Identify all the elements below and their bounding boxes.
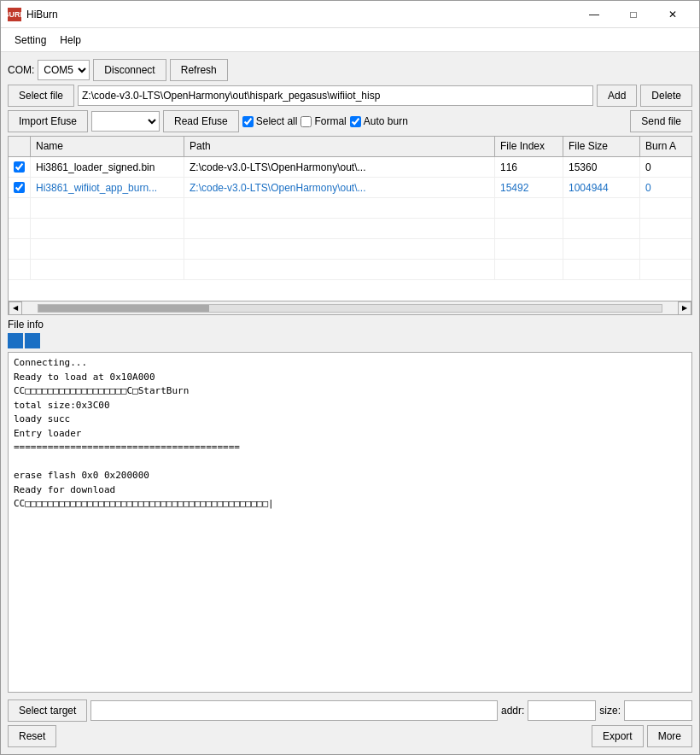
efuse-row: Import Efuse Read Efuse Select all Forma… <box>8 110 692 132</box>
table-header: Name Path File Index File Size Burn A <box>9 137 691 157</box>
row2-size: 1004944 <box>563 178 640 197</box>
formal-checkbox[interactable] <box>300 116 312 127</box>
progress-bar-2 <box>25 333 40 348</box>
table-row-empty <box>9 260 691 280</box>
log-line: ======================================== <box>14 441 686 455</box>
scrollbar-thumb[interactable] <box>38 305 209 312</box>
size-label: size: <box>599 705 621 717</box>
bottom-buttons-row: Reset Export More <box>8 725 692 747</box>
log-area[interactable]: Connecting... Ready to load at 0x10A000 … <box>8 352 692 693</box>
row1-check[interactable] <box>9 157 31 177</box>
refresh-button[interactable]: Refresh <box>170 59 228 81</box>
addr-input[interactable] <box>528 700 596 721</box>
disconnect-button[interactable]: Disconnect <box>93 59 166 81</box>
com-row: COM: COM5 Disconnect Refresh <box>8 59 692 81</box>
log-line: total size:0x3C00 <box>14 399 686 413</box>
file-row: Select file Z:\code-v3.0-LTS\OpenHarmony… <box>8 85 692 107</box>
window-title: HiBurn <box>26 9 575 20</box>
file-info-label: File info <box>8 319 692 331</box>
send-file-button[interactable]: Send file <box>630 110 692 132</box>
select-all-checkbox-label[interactable]: Select all <box>242 115 298 127</box>
auto-burn-checkbox-label[interactable]: Auto burn <box>350 115 408 127</box>
row2-index: 15492 <box>495 178 563 197</box>
reset-button[interactable]: Reset <box>8 725 56 747</box>
maximize-button[interactable]: □ <box>614 2 653 27</box>
row1-path: Z:\code-v3.0-LTS\OpenHarmony\out\... <box>184 157 495 177</box>
minimize-button[interactable]: — <box>575 2 614 27</box>
export-button[interactable]: Export <box>592 725 644 747</box>
addr-label: addr: <box>501 705 524 717</box>
efuse-select[interactable] <box>91 111 160 132</box>
row2-check[interactable] <box>9 178 31 197</box>
file-table: Name Path File Index File Size Burn A Hi… <box>8 136 692 315</box>
add-button[interactable]: Add <box>597 85 637 107</box>
formal-checkbox-label[interactable]: Formal <box>300 115 346 127</box>
th-check <box>9 137 31 156</box>
size-input[interactable] <box>624 700 692 721</box>
file-path-display: Z:\code-v3.0-LTS\OpenHarmony\out\hispark… <box>78 85 593 106</box>
table-body: Hi3861_loader_signed.bin Z:\code-v3.0-LT… <box>9 157 691 301</box>
th-path: Path <box>184 137 495 156</box>
main-window: BURN HiBurn — □ ✕ Setting Help COM: COM5… <box>0 0 700 755</box>
th-file-index: File Index <box>495 137 563 156</box>
delete-button[interactable]: Delete <box>640 85 692 107</box>
row1-size: 15360 <box>563 157 640 177</box>
app-icon: BURN <box>8 8 21 21</box>
content-area: COM: COM5 Disconnect Refresh Select file… <box>1 52 699 754</box>
table-row[interactable]: Hi3861_wifiiot_app_burn... Z:\code-v3.0-… <box>9 178 691 198</box>
horizontal-scrollbar[interactable]: ◀ ▶ <box>9 301 691 314</box>
import-efuse-button[interactable]: Import Efuse <box>8 110 88 132</box>
log-line <box>14 455 686 470</box>
log-line: Connecting... <box>14 356 686 371</box>
th-burn-a: Burn A <box>640 137 691 156</box>
select-target-button[interactable]: Select target <box>8 699 87 722</box>
addr-size-group: addr: size: <box>501 700 692 721</box>
scroll-right-button[interactable]: ▶ <box>678 301 691 315</box>
row2-name: Hi3861_wifiiot_app_burn... <box>31 178 184 197</box>
menu-setting[interactable]: Setting <box>8 31 53 50</box>
select-all-checkbox[interactable] <box>242 116 254 127</box>
com-select[interactable]: COM5 <box>38 60 90 80</box>
menu-help[interactable]: Help <box>53 31 88 50</box>
select-file-button[interactable]: Select file <box>8 85 74 107</box>
title-bar: BURN HiBurn — □ ✕ <box>1 1 699 28</box>
progress-bar-1 <box>8 333 23 348</box>
row2-checkbox[interactable] <box>14 182 25 193</box>
log-line: CC□□□□□□□□□□□□□□□□□□□□□□□□□□□□□□□□□□□□□□… <box>14 497 686 512</box>
log-line: erase flash 0x0 0x200000 <box>14 469 686 483</box>
auto-burn-checkbox[interactable] <box>350 116 361 127</box>
row1-checkbox[interactable] <box>14 161 25 173</box>
scroll-left-button[interactable]: ◀ <box>9 301 22 315</box>
table-row-empty <box>9 219 691 239</box>
table-row-empty <box>9 198 691 219</box>
log-line: CC□□□□□□□□□□□□□□□□□□C□StartBurn <box>14 384 686 399</box>
log-line: Ready to load at 0x10A000 <box>14 371 686 385</box>
progress-bars <box>8 333 692 348</box>
table-row[interactable]: Hi3861_loader_signed.bin Z:\code-v3.0-LT… <box>9 157 691 178</box>
com-label: COM: <box>8 64 34 76</box>
menu-bar: Setting Help <box>1 28 699 52</box>
log-line: loady succ <box>14 413 686 427</box>
file-info-section: File info <box>8 319 692 348</box>
row1-burn: 0 <box>640 157 691 177</box>
log-line: Ready for download <box>14 483 686 498</box>
th-name: Name <box>31 137 184 156</box>
target-input[interactable] <box>90 700 498 721</box>
table-row-empty <box>9 239 691 260</box>
select-target-bar: Select target addr: size: <box>8 696 692 722</box>
log-line: Entry loader <box>14 427 686 442</box>
read-efuse-button[interactable]: Read Efuse <box>163 110 239 132</box>
th-file-size: File Size <box>563 137 640 156</box>
row2-burn: 0 <box>640 178 691 197</box>
scrollbar-track[interactable] <box>38 304 662 313</box>
more-button[interactable]: More <box>647 725 692 747</box>
row2-path: Z:\code-v3.0-LTS\OpenHarmony\out\... <box>184 178 495 197</box>
row1-index: 116 <box>495 157 563 177</box>
title-controls: — □ ✕ <box>575 2 692 27</box>
close-button[interactable]: ✕ <box>653 2 692 27</box>
row1-name: Hi3861_loader_signed.bin <box>31 157 184 177</box>
